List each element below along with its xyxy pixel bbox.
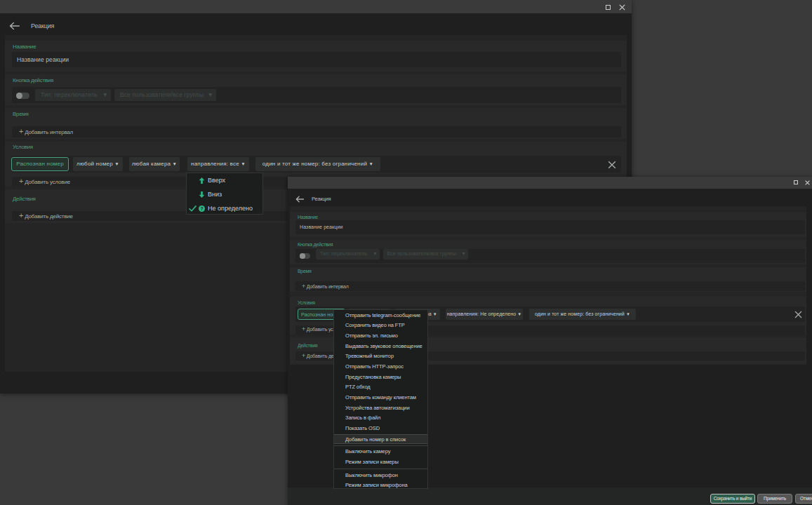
svg-text:?: ? [200, 206, 203, 211]
